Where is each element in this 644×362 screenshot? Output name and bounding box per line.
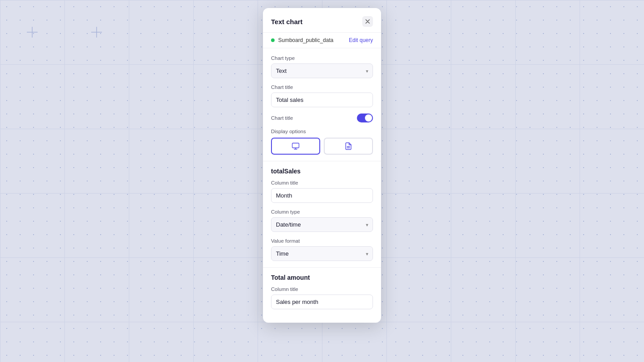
chart-title-toggle-row: Chart title	[271, 114, 373, 122]
value-format-label: Value format	[271, 238, 373, 244]
total-sales-column-title-label: Column title	[271, 180, 373, 185]
modal-overlay: Text chart Sumboard_public_data Edit que…	[0, 0, 644, 362]
document-icon	[344, 142, 352, 150]
chart-type-select[interactable]: Text Bar Line Pie Number	[271, 63, 373, 78]
column-type-label: Column type	[271, 209, 373, 215]
datasource-dot	[271, 38, 275, 42]
column-type-select[interactable]: Date/time Text Number Boolean	[271, 217, 373, 232]
divider-2	[263, 267, 381, 268]
value-format-select[interactable]: Time Date Date/Time Relative	[271, 246, 373, 261]
value-format-select-wrapper: Time Date Date/Time Relative ▾	[271, 246, 373, 261]
total-amount-column-title-input[interactable]	[271, 295, 373, 309]
total-amount-section: Total amount Column title	[271, 274, 373, 316]
chart-title-input[interactable]	[271, 93, 373, 107]
datasource-name: Sumboard_public_data	[278, 37, 345, 43]
modal-title: Text chart	[271, 18, 303, 25]
close-button[interactable]	[362, 16, 373, 27]
edit-query-button[interactable]: Edit query	[349, 37, 373, 43]
display-options-row	[271, 138, 373, 155]
divider-1	[263, 161, 381, 161]
chart-title-label: Chart title	[271, 84, 373, 90]
total-sales-column-title-input[interactable]	[271, 188, 373, 203]
chart-type-select-wrapper: Text Bar Line Pie Number ▾	[271, 63, 373, 78]
chart-title-section: Chart title	[271, 84, 373, 114]
chart-type-section: Chart type Text Bar Line Pie Number ▾	[271, 55, 373, 78]
display-option-desktop-button[interactable]	[271, 138, 320, 155]
chart-title-toggle[interactable]	[357, 114, 373, 122]
total-sales-section-title: totalSales	[271, 168, 373, 175]
chart-title-toggle-label: Chart title	[271, 115, 293, 121]
column-type-select-wrapper: Date/time Text Number Boolean ▾	[271, 217, 373, 232]
modal-body: Chart type Text Bar Line Pie Number ▾ Ch…	[263, 48, 381, 323]
svg-rect-3	[292, 143, 299, 148]
modal-header: Text chart	[263, 8, 381, 33]
display-option-document-button[interactable]	[324, 138, 373, 155]
display-options-section: Display options	[271, 129, 373, 155]
text-chart-modal: Text chart Sumboard_public_data Edit que…	[263, 8, 381, 323]
datasource-bar: Sumboard_public_data Edit query	[263, 33, 381, 48]
total-amount-column-title-label: Column title	[271, 286, 373, 292]
chart-type-label: Chart type	[271, 55, 373, 61]
desktop-icon	[292, 142, 300, 150]
display-options-label: Display options	[271, 129, 373, 134]
total-sales-section: totalSales Column title Column type Date…	[271, 168, 373, 261]
total-amount-section-title: Total amount	[271, 274, 373, 281]
